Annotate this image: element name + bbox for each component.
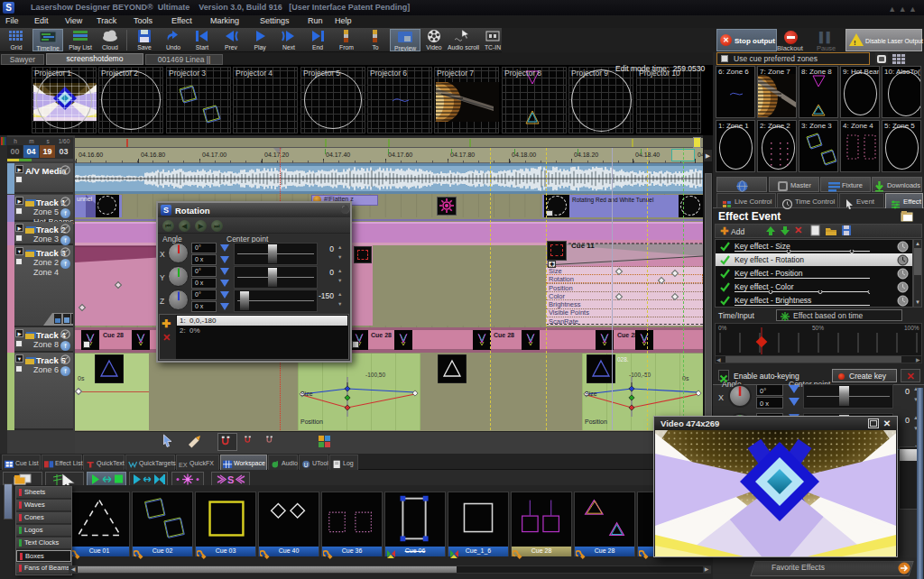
svg-text:U: U: [304, 462, 309, 468]
svg-text:EX: EX: [179, 461, 188, 469]
svg-text:S: S: [227, 474, 234, 485]
